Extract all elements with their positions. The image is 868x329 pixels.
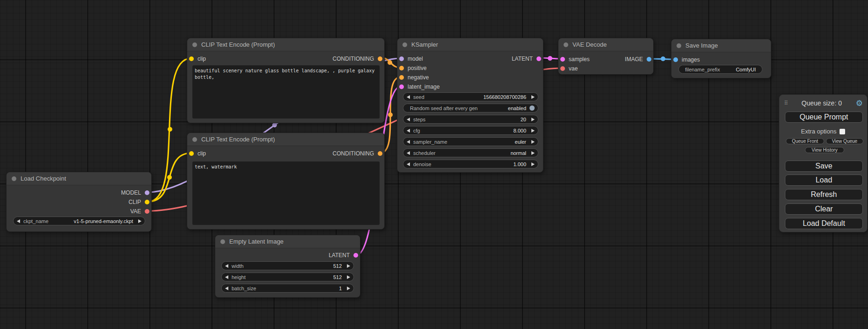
node-clip-text-encode-positive[interactable]: CLIP Text Encode (Prompt) clip CONDITION… — [187, 38, 385, 123]
next-value-arrow-icon[interactable] — [531, 140, 535, 144]
decrement-arrow-icon[interactable] — [407, 95, 410, 99]
queue-panel[interactable]: ⠿ Queue size: 0 ⚙ Queue Prompt Extra opt… — [779, 94, 868, 232]
output-label: VAE — [130, 208, 141, 215]
node-save-image[interactable]: Save Image images filename_prefix ComfyU… — [671, 39, 771, 78]
batch-size-stepper[interactable]: batch_size 1 — [221, 284, 354, 293]
node-header[interactable]: CLIP Text Encode (Prompt) — [187, 38, 384, 51]
prompt-textarea[interactable]: text, watermark — [192, 161, 380, 225]
decrement-arrow-icon[interactable] — [407, 162, 410, 166]
node-header[interactable]: CLIP Text Encode (Prompt) — [187, 133, 384, 146]
increment-arrow-icon[interactable] — [531, 118, 535, 121]
seed-stepper[interactable]: seed 156680208700286 — [403, 92, 538, 101]
view-queue-button[interactable]: View Queue — [826, 138, 863, 144]
increment-arrow-icon[interactable] — [347, 264, 350, 268]
decrement-arrow-icon[interactable] — [225, 287, 228, 290]
steps-stepper[interactable]: steps 20 — [403, 115, 538, 124]
denoise-stepper[interactable]: denoise 1.000 — [403, 160, 538, 168]
conditioning-output-port[interactable] — [378, 151, 382, 156]
link-dot[interactable] — [272, 123, 277, 127]
next-value-arrow-icon[interactable] — [531, 129, 535, 133]
random-seed-toggle[interactable]: Random seed after every gen enabled — [403, 104, 538, 112]
increment-arrow-icon[interactable] — [347, 287, 350, 290]
link-dot[interactable] — [168, 127, 172, 132]
input-label: negative — [408, 74, 429, 81]
output-label: CONDITIONING — [332, 56, 374, 62]
image-output-port[interactable] — [647, 57, 651, 62]
link-dot[interactable] — [388, 112, 393, 117]
latent-image-input-port[interactable] — [399, 84, 404, 89]
vae-output-port[interactable] — [145, 209, 149, 214]
prev-value-arrow-icon[interactable] — [17, 219, 20, 223]
vae-input-port[interactable] — [560, 66, 565, 71]
widget-value: v1-5-pruned-emaonly.ckpt — [49, 218, 133, 224]
refresh-button[interactable]: Refresh — [785, 189, 863, 200]
increment-arrow-icon[interactable] — [531, 95, 535, 99]
clear-button[interactable]: Clear — [785, 203, 863, 215]
prev-value-arrow-icon[interactable] — [407, 140, 410, 144]
node-header[interactable]: Empty Latent Image — [215, 235, 360, 248]
latent-output-port[interactable] — [353, 253, 358, 258]
latent-output-port[interactable] — [536, 56, 541, 61]
height-stepper[interactable]: height 512 — [221, 273, 354, 281]
node-empty-latent-image[interactable]: Empty Latent Image LATENT width 512 heig… — [215, 235, 360, 298]
drag-handle-icon[interactable]: ⠿ — [784, 100, 788, 106]
widget-label: seed — [413, 94, 424, 100]
view-history-button[interactable]: View History — [805, 147, 844, 153]
widget-value: ComfyUI — [736, 67, 756, 72]
prev-value-arrow-icon[interactable] — [407, 151, 410, 155]
next-value-arrow-icon[interactable] — [138, 219, 141, 223]
increment-arrow-icon[interactable] — [531, 162, 535, 166]
input-label: vae — [569, 65, 578, 72]
node-load-checkpoint[interactable]: Load Checkpoint MODEL CLIP VAE ckpt_name… — [6, 172, 152, 232]
widget-label: sampler_name — [413, 139, 447, 145]
node-graph-canvas[interactable]: Load Checkpoint MODEL CLIP VAE ckpt_name… — [0, 0, 868, 329]
model-output-port[interactable] — [145, 190, 149, 195]
load-default-button[interactable]: Load Default — [785, 218, 863, 229]
extra-options-checkbox[interactable] — [840, 129, 845, 134]
decrement-arrow-icon[interactable] — [225, 264, 228, 268]
width-stepper[interactable]: width 512 — [221, 261, 354, 270]
node-title: Empty Latent Image — [229, 238, 283, 245]
node-status-dot-icon — [192, 42, 197, 47]
toggle-enabled-icon[interactable] — [529, 105, 535, 111]
queue-prompt-button[interactable]: Queue Prompt — [785, 112, 863, 123]
link-dot[interactable] — [548, 56, 552, 61]
prompt-textarea[interactable]: beautiful scenery nature glass bottle la… — [192, 65, 380, 119]
images-input-port[interactable] — [673, 57, 678, 62]
node-header[interactable]: Save Image — [671, 39, 771, 52]
node-header[interactable]: Load Checkpoint — [7, 172, 151, 185]
load-button[interactable]: Load — [785, 175, 863, 186]
node-header[interactable]: KSampler — [397, 38, 543, 51]
node-ksampler[interactable]: KSampler model LATENT positive negative … — [397, 38, 543, 173]
clip-output-port[interactable] — [145, 200, 149, 204]
output-label: CONDITIONING — [332, 150, 374, 157]
link-dot[interactable] — [388, 60, 392, 65]
conditioning-output-port[interactable] — [378, 56, 382, 61]
cfg-stepper[interactable]: cfg 8.000 — [403, 126, 538, 135]
node-title: Load Checkpoint — [21, 175, 66, 182]
settings-gear-icon[interactable]: ⚙ — [856, 99, 863, 107]
widget-value: 512 — [246, 274, 342, 280]
queue-front-button[interactable]: Queue Front — [786, 138, 824, 144]
node-header[interactable]: VAE Decode — [558, 38, 653, 51]
decrement-arrow-icon[interactable] — [407, 118, 410, 121]
queue-size-label: Queue size: 0 — [788, 99, 856, 107]
node-vae-decode[interactable]: VAE Decode samples IMAGE vae — [558, 38, 654, 75]
widget-label: batch_size — [232, 286, 256, 291]
input-label: positive — [408, 65, 427, 71]
link-dot[interactable] — [661, 56, 665, 61]
ckpt-name-combo[interactable]: ckpt_name v1-5-pruned-emaonly.ckpt — [13, 217, 145, 225]
node-status-dot-icon — [564, 42, 568, 47]
next-value-arrow-icon[interactable] — [531, 151, 535, 155]
decrement-arrow-icon[interactable] — [407, 129, 410, 133]
save-button[interactable]: Save — [785, 161, 863, 172]
negative-input-port[interactable] — [399, 75, 404, 80]
increment-arrow-icon[interactable] — [347, 275, 350, 279]
link-dot[interactable] — [167, 175, 172, 180]
sampler-name-combo[interactable]: sampler_name euler — [403, 137, 538, 146]
scheduler-combo[interactable]: scheduler normal — [403, 148, 538, 157]
decrement-arrow-icon[interactable] — [225, 275, 228, 279]
filename-prefix-field[interactable]: filename_prefix ComfyUI — [678, 65, 762, 74]
node-clip-text-encode-negative[interactable]: CLIP Text Encode (Prompt) clip CONDITION… — [187, 133, 385, 230]
positive-input-port[interactable] — [399, 66, 404, 70]
